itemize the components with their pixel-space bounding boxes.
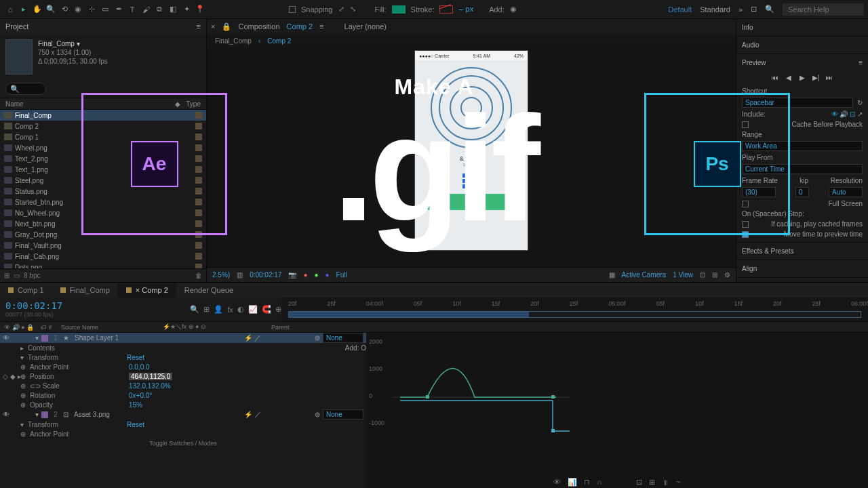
channel-icon[interactable]: ● xyxy=(303,271,307,279)
viewer-time[interactable]: 0:00:02:17 xyxy=(250,271,281,279)
snap-opt2-icon[interactable]: ⤡ xyxy=(350,5,356,14)
audio-panel-title[interactable]: Audio xyxy=(742,39,863,51)
label-swatch[interactable] xyxy=(195,155,202,162)
file-row[interactable]: Wheel.png xyxy=(0,142,206,153)
file-row[interactable]: Steel.png xyxy=(0,175,206,186)
range-dropdown[interactable]: Work Area xyxy=(742,141,863,151)
next-frame-icon[interactable]: ▶| xyxy=(811,73,821,82)
workspace-default[interactable]: Default xyxy=(668,5,692,14)
label-swatch[interactable] xyxy=(195,231,202,238)
prop-anchor2[interactable]: ⊕Anchor Point xyxy=(0,429,366,439)
comp-thumbnail[interactable] xyxy=(5,39,33,75)
tl-fx-icon[interactable]: fx xyxy=(227,306,233,314)
toggle-switches-button[interactable]: Toggle Switches / Modes xyxy=(0,439,366,448)
tl-comp-icon[interactable]: ⊞ xyxy=(203,305,210,314)
clone-tool-icon[interactable]: ⧉ xyxy=(153,3,165,16)
frame-rate-dropdown[interactable]: (30) xyxy=(742,187,776,197)
timeline-tab[interactable]: Comp 1 xyxy=(0,283,52,298)
tl-search-icon[interactable]: 🔍 xyxy=(190,305,199,314)
composition-viewer[interactable]: ●●●●○ Carrier 9:41 AM 42% & Protec secur… xyxy=(207,47,736,267)
res-icon[interactable]: ▥ xyxy=(237,271,243,279)
label-swatch[interactable] xyxy=(195,188,202,195)
tab-menu-icon[interactable]: ≡ xyxy=(319,22,323,30)
project-file-list[interactable]: Final_CompComp 2Comp 1Wheel.pngText_2.pn… xyxy=(0,110,206,268)
shortcut-dropdown[interactable]: Spacebar xyxy=(742,98,853,108)
label-swatch[interactable] xyxy=(195,166,202,173)
zoom-tool-icon[interactable]: 🔍 xyxy=(45,3,57,16)
col-label-icon[interactable]: ◆ xyxy=(175,100,180,108)
type-tool-icon[interactable]: T xyxy=(126,3,138,16)
ge-auto-icon[interactable]: ∩ xyxy=(597,478,602,487)
snapshot-icon[interactable]: 📷 xyxy=(288,271,296,279)
brush-tool-icon[interactable]: 🖌 xyxy=(140,3,152,16)
sync-icon[interactable]: ⊡ xyxy=(751,5,757,14)
file-row[interactable]: Final_Cab.png xyxy=(0,251,206,262)
info-panel-title[interactable]: Info xyxy=(742,22,863,33)
trash-icon[interactable]: 🗑 xyxy=(195,272,202,279)
workspace-more-icon[interactable]: » xyxy=(738,5,743,14)
roto-tool-icon[interactable]: ✦ xyxy=(180,3,193,16)
timeline-tab[interactable]: Final_Comp xyxy=(52,283,118,298)
puppet-tool-icon[interactable]: 📍 xyxy=(194,3,206,16)
snap-opt-icon[interactable]: ⤢ xyxy=(338,5,344,14)
col-source[interactable]: Source Name xyxy=(61,324,163,331)
home-icon[interactable]: ⌂ xyxy=(4,3,16,16)
selection-tool-icon[interactable]: ▸ xyxy=(18,3,30,16)
rect-tool-icon[interactable]: ▭ xyxy=(99,3,111,16)
prop-transform[interactable]: ▾TransformReset xyxy=(0,352,366,362)
col-name[interactable]: Name xyxy=(5,100,175,108)
include-audio-icon[interactable]: 🔊 xyxy=(840,110,848,118)
stroke-px[interactable]: ‒ px xyxy=(458,5,473,14)
file-row[interactable]: Started_btn.png xyxy=(0,197,206,207)
ge-snap-icon[interactable]: ⊓ xyxy=(584,478,590,487)
file-row[interactable]: No_Wheel.png xyxy=(0,207,206,218)
search-help-input[interactable] xyxy=(783,3,864,16)
tl-blend-icon[interactable]: ⊕ xyxy=(275,305,281,314)
if-caching-checkbox[interactable] xyxy=(742,221,749,228)
label-swatch[interactable] xyxy=(195,134,202,140)
preview-panel-title[interactable]: Preview≡ xyxy=(742,57,863,68)
include-video-icon[interactable]: 👁 xyxy=(831,110,838,118)
cache-before-checkbox[interactable] xyxy=(742,121,749,128)
align-panel-title[interactable]: Align xyxy=(742,263,863,274)
hand-tool-icon[interactable]: ✋ xyxy=(31,3,43,16)
camera-dropdown[interactable]: Active Camera xyxy=(622,271,667,279)
include-overlay-icon[interactable]: ⊡ xyxy=(850,110,855,118)
label-swatch[interactable] xyxy=(195,199,202,205)
label-swatch[interactable] xyxy=(195,177,202,184)
current-timecode[interactable]: 0:00:02:17 xyxy=(5,300,184,311)
prop-anchor-point[interactable]: ⊕Anchor Point0.0,0.0 xyxy=(0,362,366,371)
tl-snap-icon[interactable]: 🧲 xyxy=(262,305,271,314)
tl-shy-icon[interactable]: 👤 xyxy=(214,305,223,314)
prev-frame-icon[interactable]: ◀ xyxy=(784,73,793,82)
folder-icon[interactable]: ▭ xyxy=(14,272,20,279)
prop-position[interactable]: ◇ ◆ ▸⊕Position464.0,1125.0 xyxy=(0,371,366,381)
project-search-input[interactable]: 🔍 xyxy=(5,83,46,95)
crumb-0[interactable]: Final_Comp xyxy=(215,37,252,45)
timeline-tab[interactable]: Render Queue xyxy=(176,283,241,298)
label-swatch[interactable] xyxy=(195,112,202,119)
interpret-icon[interactable]: ⊞ xyxy=(4,272,9,279)
bpc-label[interactable]: 8 bpc xyxy=(24,272,40,279)
label-swatch[interactable] xyxy=(195,264,202,268)
work-area-bar[interactable] xyxy=(288,311,861,318)
full-screen-checkbox[interactable] xyxy=(742,201,749,207)
tl-graph-icon[interactable]: 📈 xyxy=(248,305,258,314)
label-swatch[interactable] xyxy=(195,242,202,249)
col-type[interactable]: Type xyxy=(186,100,201,108)
lock-icon[interactable]: 🔒 xyxy=(222,22,231,31)
file-row[interactable]: Comp 2 xyxy=(0,121,206,131)
prop-contents[interactable]: ▸ContentsAdd: O xyxy=(0,343,366,352)
label-swatch[interactable] xyxy=(195,144,202,151)
file-row[interactable]: Gray_Dot.png xyxy=(0,229,206,240)
file-row[interactable]: Final_Comp xyxy=(0,110,206,121)
pen-tool-icon[interactable]: ✒ xyxy=(113,3,125,16)
composition-tab-name[interactable]: Comp 2 xyxy=(287,22,313,30)
play-from-dropdown[interactable]: Current Time xyxy=(742,164,863,174)
label-swatch[interactable] xyxy=(195,209,202,216)
label-swatch[interactable] xyxy=(195,220,202,227)
loop-icon[interactable]: ↻ xyxy=(857,99,863,106)
label-swatch[interactable] xyxy=(195,253,202,260)
prop-scale[interactable]: ⊕⊂⊃ Scale132.0,132.0% xyxy=(0,381,366,390)
timeline-tab[interactable]: × Comp 2 xyxy=(118,283,176,298)
